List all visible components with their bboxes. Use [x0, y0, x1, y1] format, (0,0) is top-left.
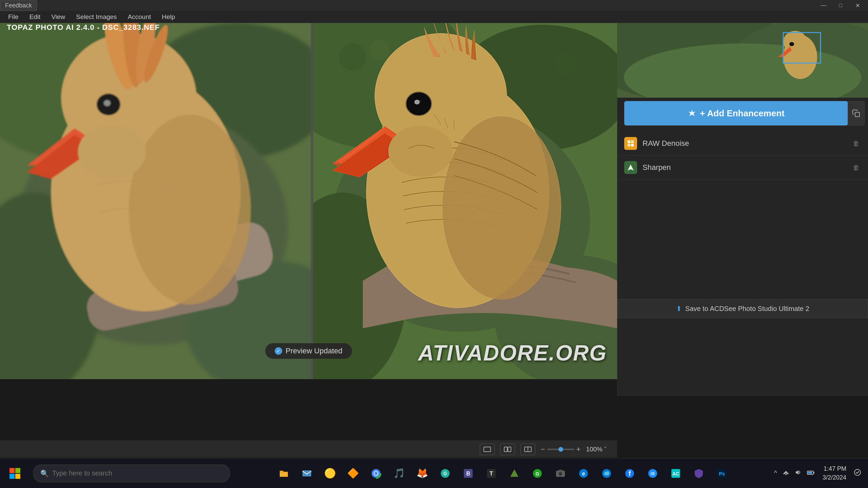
zoom-expand-icon[interactable]: ˄ [604, 446, 607, 453]
taskbar-chrome[interactable] [365, 463, 387, 484]
svg-text:AC: AC [672, 471, 679, 476]
taskbar-app-green-circle[interactable]: G [527, 463, 548, 484]
svg-rect-92 [813, 472, 814, 473]
taskbar-app-music[interactable]: 🎵 [388, 463, 410, 484]
minimize-button[interactable]: — [816, 0, 831, 11]
split-container: ✓ Preview Updated ATIVADORE.ORG [0, 23, 617, 379]
title-bar-controls: — □ ✕ [816, 0, 868, 11]
svg-point-47 [789, 42, 794, 46]
taskbar-search-bar[interactable]: 🔍 [33, 465, 230, 482]
svg-marker-71 [510, 469, 518, 477]
svg-rect-52 [631, 140, 634, 143]
svg-rect-58 [9, 474, 15, 479]
svg-text:G: G [536, 471, 539, 476]
menu-view[interactable]: View [46, 12, 70, 22]
svg-point-15 [104, 100, 111, 106]
zoom-control: − + [541, 445, 581, 454]
taskbar-app-photoshop[interactable]: Ps [711, 463, 733, 484]
svg-point-34 [442, 116, 561, 299]
svg-rect-51 [628, 140, 630, 143]
sharpen-delete-button[interactable]: 🗑 [851, 162, 862, 173]
taskbar-mail[interactable] [296, 463, 318, 484]
taskbar-app-teal[interactable]: G [434, 463, 456, 484]
taskbar-app-yellow[interactable]: 🟡 [319, 463, 341, 484]
svg-rect-54 [631, 144, 634, 147]
svg-rect-37 [504, 447, 507, 452]
sharpen-label: Sharpen [643, 163, 845, 172]
split-divider[interactable] [311, 23, 313, 379]
taskbar-app-cyan[interactable]: AC [665, 463, 687, 484]
notification-icon[interactable] [852, 467, 863, 479]
svg-rect-38 [508, 447, 511, 452]
thumbnail-area [617, 23, 868, 98]
menu-select-images[interactable]: Select Images [71, 12, 121, 22]
taskbar-file-explorer[interactable] [273, 463, 295, 484]
save-button[interactable]: ⬆ Save to ACDSee Photo Studio Ultimate 2 [617, 299, 868, 318]
view-compare-button[interactable] [520, 444, 535, 455]
close-button[interactable]: ✕ [850, 0, 865, 11]
raw-denoise-delete-button[interactable]: 🗑 [851, 138, 862, 149]
enhancement-item-sharpen[interactable]: Sharpen 🗑 [617, 156, 868, 180]
svg-point-64 [374, 472, 378, 475]
taskbar-app-ie[interactable]: e [573, 463, 594, 484]
svg-rect-56 [9, 468, 15, 473]
taskbar-app-triangle[interactable] [504, 463, 525, 484]
save-icon: ⬆ [676, 305, 682, 313]
svg-text:e: e [582, 471, 585, 476]
tray-chevron[interactable]: ^ [773, 468, 778, 479]
svg-rect-91 [808, 472, 812, 474]
tray-network[interactable] [781, 468, 791, 479]
preview-badge-text: Preview Updated [285, 347, 342, 355]
search-input[interactable] [52, 469, 223, 477]
taskbar-icons: 🟡 🔶 🎵 🦊 G B T G e f [233, 463, 773, 484]
svg-point-25 [370, 40, 390, 60]
enhancement-item-raw-denoise[interactable]: RAW Denoise 🗑 [617, 132, 868, 156]
taskbar-app-shield[interactable] [688, 463, 710, 484]
svg-point-31 [414, 100, 420, 104]
zoom-value: 100% [586, 446, 603, 453]
start-button[interactable] [0, 458, 30, 488]
copy-settings-button[interactable] [848, 101, 865, 125]
menu-edit[interactable]: Edit [25, 12, 45, 22]
svg-point-89 [785, 474, 787, 475]
maximize-button[interactable]: □ [833, 0, 848, 11]
watermark: ATIVADORE.ORG [418, 340, 607, 366]
clock-date: 3/2/2024 [823, 473, 846, 482]
thumbnail-inner [617, 23, 868, 98]
title-bar-left: Feedback [0, 0, 41, 11]
taskbar-facebook[interactable]: f [619, 463, 640, 484]
svg-point-46 [783, 31, 807, 53]
taskbar-firefox[interactable]: 🦊 [411, 463, 433, 484]
view-split-button[interactable] [500, 444, 515, 455]
taskbar-app-camera[interactable] [550, 463, 571, 484]
taskbar-app-brackets[interactable]: B [457, 463, 479, 484]
svg-marker-49 [689, 110, 695, 116]
taskbar-app-orange[interactable]: 🔶 [342, 463, 364, 484]
add-enhancement-label: + Add Enhancement [700, 108, 785, 119]
zoom-slider[interactable] [547, 449, 574, 450]
svg-rect-50 [855, 112, 860, 117]
feedback-button[interactable]: Feedback [0, 0, 37, 11]
svg-text:G: G [443, 471, 447, 476]
tray-battery[interactable] [806, 468, 816, 479]
taskbar-app-edge[interactable] [596, 463, 617, 484]
zoom-plus-icon[interactable]: + [576, 445, 581, 454]
raw-denoise-label: RAW Denoise [643, 139, 845, 148]
image-area: ✓ Preview Updated ATIVADORE.ORG [0, 23, 617, 379]
menu-account[interactable]: Account [123, 12, 156, 22]
svg-point-24 [339, 43, 366, 71]
taskbar-app-blue2[interactable]: iS [642, 463, 664, 484]
taskbar-app-dark[interactable]: T [480, 463, 502, 484]
menu-file[interactable]: File [3, 12, 23, 22]
svg-point-76 [559, 472, 562, 475]
tray-volume[interactable] [793, 468, 803, 479]
svg-point-26 [554, 52, 578, 76]
system-clock[interactable]: 1:47 PM 3/2/2024 [819, 465, 850, 482]
zoom-minus-icon[interactable]: − [541, 445, 545, 454]
title-bar: Feedback — □ ✕ [0, 0, 868, 11]
svg-point-35 [388, 126, 453, 177]
add-enhancement-button[interactable]: + Add Enhancement [624, 101, 848, 125]
view-single-button[interactable] [480, 444, 495, 455]
svg-text:T: T [490, 471, 493, 476]
menu-help[interactable]: Help [157, 12, 180, 22]
